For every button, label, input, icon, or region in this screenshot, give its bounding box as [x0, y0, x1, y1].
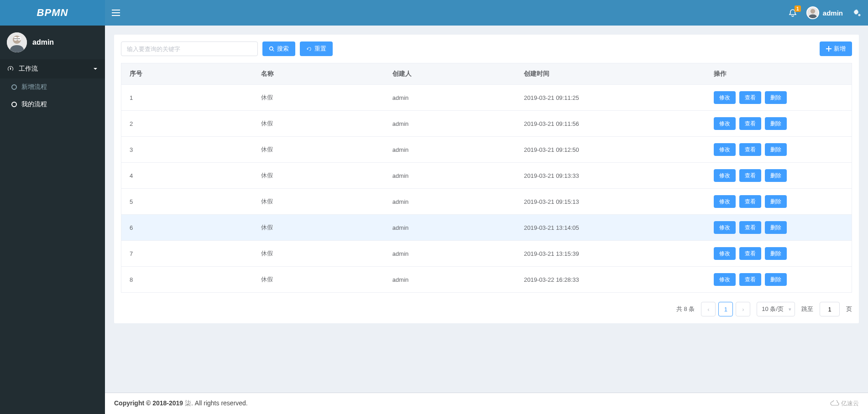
- jump-label: 跳至: [801, 305, 813, 313]
- cell-actions: 修改 查看 删除: [706, 267, 852, 293]
- svg-rect-7: [112, 15, 120, 16]
- pagination: 共 8 条 ‹ 1 › 10 条/页 ▾ 跳至: [121, 302, 852, 316]
- delete-button[interactable]: 删除: [765, 195, 787, 208]
- cell-name: 休假: [253, 241, 384, 267]
- cell-creator: admin: [384, 241, 516, 267]
- th-seq: 序号: [121, 63, 253, 85]
- cell-creator: admin: [384, 189, 516, 215]
- view-button[interactable]: 查看: [739, 91, 761, 104]
- reset-button[interactable]: 重置: [300, 41, 333, 56]
- chevron-down-icon: [93, 66, 98, 72]
- th-name: 名称: [253, 63, 384, 85]
- delete-button[interactable]: 删除: [765, 169, 787, 182]
- search-button[interactable]: 搜索: [262, 41, 295, 56]
- main-panel: 搜索 重置 新增 序号: [114, 35, 859, 323]
- table-row: 6 休假 admin 2019-03-21 13:14:05 修改 查看 删除: [121, 215, 852, 241]
- notifications-button[interactable]: 1: [788, 8, 797, 17]
- cell-actions: 修改 查看 删除: [706, 111, 852, 137]
- settings-button[interactable]: [852, 8, 861, 17]
- nav-parent-label: 工作流: [19, 65, 38, 73]
- table-row: 1 休假 admin 2019-03-21 09:11:25 修改 查看 删除: [121, 85, 852, 111]
- edit-button[interactable]: 修改: [714, 117, 736, 130]
- view-button[interactable]: 查看: [739, 247, 761, 260]
- view-button[interactable]: 查看: [739, 221, 761, 234]
- view-button[interactable]: 查看: [739, 273, 761, 286]
- search-button-label: 搜索: [277, 45, 289, 53]
- cell-name: 休假: [253, 189, 384, 215]
- page-number-button[interactable]: 1: [718, 302, 733, 316]
- delete-button[interactable]: 删除: [765, 91, 787, 104]
- delete-button[interactable]: 删除: [765, 221, 787, 234]
- plus-icon: [826, 46, 831, 52]
- svg-rect-12: [826, 48, 831, 49]
- delete-button[interactable]: 删除: [765, 273, 787, 286]
- table-row: 7 休假 admin 2019-03-21 13:15:39 修改 查看 删除: [121, 241, 852, 267]
- delete-button[interactable]: 删除: [765, 117, 787, 130]
- view-button[interactable]: 查看: [739, 169, 761, 182]
- svg-rect-5: [112, 10, 120, 10]
- sidebar: BPMN admin 工作流 新增流程我的流程: [0, 0, 105, 414]
- delete-button[interactable]: 删除: [765, 143, 787, 156]
- sidebar-item-1[interactable]: 我的流程: [0, 96, 105, 113]
- footer-company: 柒: [185, 399, 191, 407]
- cell-actions: 修改 查看 删除: [706, 215, 852, 241]
- user-menu[interactable]: admin: [806, 6, 843, 19]
- svg-point-9: [810, 9, 815, 13]
- cell-seq: 3: [121, 137, 253, 163]
- view-button[interactable]: 查看: [739, 117, 761, 130]
- cell-seq: 8: [121, 267, 253, 293]
- cell-name: 休假: [253, 267, 384, 293]
- page-prev-button[interactable]: ‹: [701, 302, 716, 316]
- nav-parent-workflow[interactable]: 工作流: [0, 59, 105, 78]
- cell-created: 2019-03-21 09:13:33: [516, 163, 706, 189]
- topbar: 1 admin: [105, 0, 868, 26]
- avatar: [7, 32, 27, 52]
- delete-button[interactable]: 删除: [765, 247, 787, 260]
- pagination-total: 共 8 条: [676, 305, 695, 313]
- cell-name: 休假: [253, 111, 384, 137]
- refresh-icon: [306, 46, 312, 52]
- circle-icon: [11, 84, 17, 90]
- cell-creator: admin: [384, 137, 516, 163]
- cell-seq: 5: [121, 189, 253, 215]
- cell-creator: admin: [384, 111, 516, 137]
- cell-created: 2019-03-21 13:14:05: [516, 215, 706, 241]
- brand-logo[interactable]: BPMN: [0, 0, 105, 26]
- edit-button[interactable]: 修改: [714, 143, 736, 156]
- sidebar-item-0[interactable]: 新增流程: [0, 78, 105, 96]
- edit-button[interactable]: 修改: [714, 221, 736, 234]
- edit-button[interactable]: 修改: [714, 169, 736, 182]
- cell-created: 2019-03-21 09:12:50: [516, 137, 706, 163]
- edit-button[interactable]: 修改: [714, 247, 736, 260]
- add-button[interactable]: 新增: [820, 41, 852, 56]
- page-size-select[interactable]: 10 条/页: [757, 302, 795, 316]
- edit-button[interactable]: 修改: [714, 195, 736, 208]
- cell-created: 2019-03-21 09:11:25: [516, 85, 706, 111]
- cell-actions: 修改 查看 删除: [706, 85, 852, 111]
- footer-rights: . All rights reserved.: [191, 399, 248, 407]
- edit-button[interactable]: 修改: [714, 273, 736, 286]
- cell-created: 2019-03-21 09:15:13: [516, 189, 706, 215]
- cell-created: 2019-03-22 16:28:33: [516, 267, 706, 293]
- cell-name: 休假: [253, 85, 384, 111]
- search-input[interactable]: [121, 41, 258, 56]
- jump-suffix: 页: [846, 305, 852, 313]
- cell-seq: 6: [121, 215, 253, 241]
- jump-page-input[interactable]: [820, 302, 840, 316]
- cell-creator: admin: [384, 267, 516, 293]
- reset-button-label: 重置: [314, 45, 326, 53]
- svg-rect-6: [112, 12, 120, 13]
- view-button[interactable]: 查看: [739, 195, 761, 208]
- cell-creator: admin: [384, 163, 516, 189]
- user-panel: admin: [0, 26, 105, 59]
- content-area: 搜索 重置 新增 序号: [105, 26, 868, 393]
- th-action: 操作: [706, 63, 852, 85]
- page-next-button[interactable]: ›: [736, 302, 750, 316]
- view-button[interactable]: 查看: [739, 143, 761, 156]
- edit-button[interactable]: 修改: [714, 91, 736, 104]
- table-row: 8 休假 admin 2019-03-22 16:28:33 修改 查看 删除: [121, 267, 852, 293]
- sidebar-item-label: 我的流程: [21, 100, 47, 109]
- th-creator: 创建人: [384, 63, 516, 85]
- menu-toggle-icon[interactable]: [112, 9, 120, 17]
- cell-creator: admin: [384, 215, 516, 241]
